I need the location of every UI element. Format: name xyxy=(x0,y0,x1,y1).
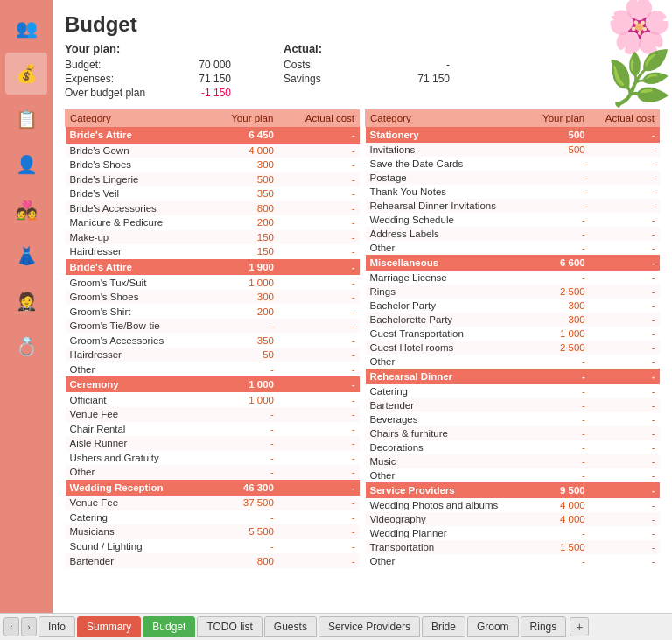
over-budget-value: -1 150 xyxy=(170,87,231,99)
tab-guests[interactable]: Guests xyxy=(264,616,317,637)
table-row: Catering - - xyxy=(366,384,660,398)
item-name: Address Labels xyxy=(366,227,528,241)
item-name: Bride's Accessories xyxy=(66,201,207,216)
item-actual: - xyxy=(278,436,360,451)
item-name: Ushers and Gratuity xyxy=(66,451,207,466)
category-actual: - xyxy=(278,127,360,144)
item-plan: 200 xyxy=(206,215,277,230)
item-name: Rings xyxy=(366,285,528,299)
actual-label: Actual: xyxy=(284,42,450,55)
item-plan: - xyxy=(206,422,277,437)
item-name: Guest Hotel rooms xyxy=(366,341,528,355)
item-plan: 200 xyxy=(206,304,277,319)
item-plan: 4 000 xyxy=(206,144,277,158)
item-actual: - xyxy=(278,172,360,187)
item-name: Make-up xyxy=(66,230,207,245)
category-plan: 6 450 xyxy=(206,127,277,144)
tab-prev-button[interactable]: ‹ xyxy=(4,617,19,636)
item-actual: - xyxy=(278,275,360,290)
category-plan: 6 600 xyxy=(528,255,590,271)
item-name: Groom's Tux/Suit xyxy=(66,275,207,290)
item-actual: - xyxy=(278,290,360,305)
item-plan: - xyxy=(206,407,277,422)
item-name: Catering xyxy=(66,510,207,525)
tab-rings[interactable]: Rings xyxy=(521,616,567,637)
item-actual: - xyxy=(590,440,660,454)
table-row: Other - - xyxy=(366,241,660,255)
item-plan: 37 500 xyxy=(206,496,277,510)
item-name: Venue Fee xyxy=(66,496,207,510)
item-plan: - xyxy=(528,171,590,185)
category-actual: - xyxy=(590,255,660,271)
sidebar-item-person[interactable]: 👤 xyxy=(5,144,47,186)
item-name: Bride's Gown xyxy=(66,144,207,158)
sidebar-item-list[interactable]: 📋 xyxy=(5,98,47,140)
tab-todo-list[interactable]: TODO list xyxy=(197,616,262,637)
main-content: 🌸🌿 Budget Your plan: Budget: 70 000 Expe… xyxy=(52,0,672,613)
sidebar-item-budget[interactable]: 💰 xyxy=(5,53,47,95)
item-name: Groom's Shirt xyxy=(66,304,207,319)
your-plan-label: Your plan: xyxy=(65,42,231,55)
table-row: Bride's Lingerie 500 - xyxy=(66,172,360,187)
tab-groom[interactable]: Groom xyxy=(467,616,519,637)
sidebar-item-suit[interactable]: 🤵 xyxy=(5,280,47,322)
item-name: Bartender xyxy=(66,553,207,568)
table-category-row: Wedding Reception 46 300 - xyxy=(66,480,360,496)
item-actual: - xyxy=(590,213,660,227)
item-name: Bride's Lingerie xyxy=(66,172,207,187)
item-actual: - xyxy=(278,407,360,422)
sidebar-item-couple[interactable]: 💑 xyxy=(5,189,47,231)
table-row: Rehearsal Dinner Invitations - - xyxy=(366,199,660,213)
item-plan: - xyxy=(528,454,590,468)
table-row: Officiant 1 000 - xyxy=(66,392,360,407)
item-actual: - xyxy=(278,158,360,172)
item-actual: - xyxy=(278,451,360,466)
item-plan: - xyxy=(528,554,590,568)
expenses-value: 71 150 xyxy=(170,73,231,85)
tab-summary[interactable]: Summary xyxy=(77,616,141,637)
category-name: Rehearsal Dinner xyxy=(366,369,528,384)
item-name: Rehearsal Dinner Invitations xyxy=(366,199,528,213)
item-actual: - xyxy=(278,348,360,362)
table-row: Bride's Accessories 800 - xyxy=(66,201,360,216)
savings-row: Savings 71 150 xyxy=(284,73,450,85)
item-actual: - xyxy=(590,241,660,255)
plan-section: Your plan: Budget: 70 000 Expenses: 71 1… xyxy=(65,42,660,101)
sidebar: 👥 💰 📋 👤 💑 👗 🤵 💍 xyxy=(0,0,52,613)
table-row: Chair Rental - - xyxy=(66,422,360,437)
category-actual: - xyxy=(278,259,360,276)
right-col-plan: Your plan xyxy=(528,110,590,127)
item-plan: 1 500 xyxy=(528,540,590,554)
sidebar-item-dress[interactable]: 👗 xyxy=(5,235,47,277)
item-actual: - xyxy=(590,285,660,299)
item-name: Wedding Planner xyxy=(366,526,528,540)
item-actual: - xyxy=(278,244,360,259)
item-plan: - xyxy=(528,412,590,426)
sidebar-item-rings[interactable]: 💍 xyxy=(5,326,47,368)
item-plan: 50 xyxy=(206,348,277,362)
tab-info[interactable]: Info xyxy=(38,616,75,637)
item-actual: - xyxy=(590,355,660,369)
item-actual: - xyxy=(278,465,360,480)
table-row: Venue Fee - - xyxy=(66,407,360,422)
item-actual: - xyxy=(590,171,660,185)
tab-add-button[interactable]: + xyxy=(570,617,589,636)
tab-service-providers[interactable]: Service Providers xyxy=(318,616,420,637)
table-row: Groom's Tux/Suit 1 000 - xyxy=(66,275,360,290)
item-actual: - xyxy=(278,496,360,510)
item-name: Postage xyxy=(366,171,528,185)
item-plan: - xyxy=(206,451,277,466)
category-name: Service Providers xyxy=(366,482,528,498)
tab-next-button[interactable]: › xyxy=(21,617,37,636)
tab-bride[interactable]: Bride xyxy=(422,616,466,637)
left-col-actual: Actual cost xyxy=(278,110,360,127)
item-name: Manicure & Pedicure xyxy=(66,215,207,230)
tab-budget[interactable]: Budget xyxy=(143,616,195,637)
item-plan: - xyxy=(528,384,590,398)
table-category-row: Miscellaneous 6 600 - xyxy=(366,255,660,271)
category-plan: - xyxy=(528,369,590,384)
sidebar-item-people[interactable]: 👥 xyxy=(5,7,47,49)
item-name: Catering xyxy=(366,384,528,398)
item-plan: 1 000 xyxy=(528,327,590,341)
expenses-label: Expenses: xyxy=(65,73,161,85)
